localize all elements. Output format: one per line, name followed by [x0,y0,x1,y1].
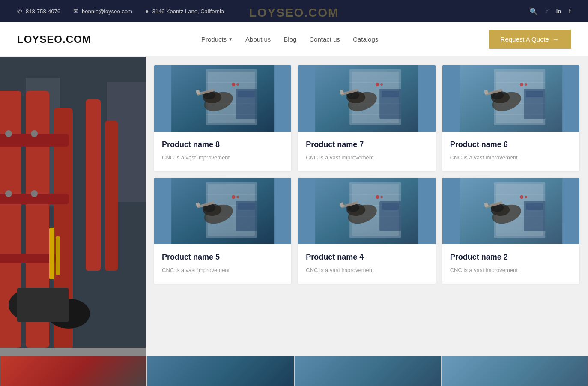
email-icon: ✉ [73,8,78,15]
svg-point-67 [520,83,523,86]
product-info-1: Product name 7CNC is a vast improvement [298,132,435,171]
product-card-0[interactable]: Product name 8CNC is a vast improvement [154,65,291,171]
quote-arrow-icon: → [552,36,559,43]
phone-icon: ✆ [17,8,22,15]
product-image-3 [154,178,291,244]
bottom-img-2 [147,356,293,386]
product-card-3[interactable]: Product name 5CNC is a vast improvement [154,178,291,284]
nav-contact[interactable]: Contact us [309,36,340,43]
product-card-1[interactable]: Product name 7CNC is a vast improvement [298,65,435,171]
svg-point-100 [380,196,383,198]
product-description-1: CNC is a vast improvement [306,154,427,161]
pipes-svg [0,57,146,348]
product-image-0 [154,65,291,132]
facebook-icon[interactable]: f [569,8,571,15]
product-description-0: CNC is a vast improvement [162,154,284,161]
bottom-img-4 [442,356,588,386]
svg-rect-86 [238,203,255,210]
product-image-4 [298,178,435,244]
svg-point-35 [232,83,235,86]
nav-products[interactable]: Products ▼ [201,36,233,43]
main-content: Product name 8CNC is a vast improvement [0,57,588,356]
product-info-0: Product name 8CNC is a vast improvement [154,132,291,171]
header: LOYSEO.COM Products ▼ About us Blog Cont… [0,22,588,57]
svg-point-68 [525,83,527,86]
bottom-strip [0,356,588,386]
industrial-image [0,57,146,348]
bottom-img-3 [295,356,441,386]
twitter-icon[interactable]: 𝕣 [546,8,549,15]
address-contact: ● 3146 Koontz Lane, California [145,8,224,15]
product-card-2[interactable]: Product name 6CNC is a vast improvement [442,65,579,171]
products-dropdown-arrow: ▼ [228,37,233,42]
bottom-img-1 [0,356,146,386]
email-contact: ✉ bonnie@loyseo.com [73,8,132,15]
product-info-4: Product name 4CNC is a vast improvement [298,244,435,284]
svg-point-52 [380,83,383,86]
products-grid: Product name 8CNC is a vast improvement [146,57,588,356]
email-address: bonnie@loyseo.com [82,8,132,15]
svg-point-84 [236,196,239,198]
nav-about[interactable]: About us [245,36,271,43]
product-image-1 [298,65,435,132]
topbar-left: ✆ 818-758-4076 ✉ bonnie@loyseo.com ● 314… [17,8,224,15]
product-image-2 [442,65,579,132]
svg-rect-118 [526,203,543,210]
search-icon[interactable]: 🔍 [529,7,538,15]
main-nav: Products ▼ About us Blog Contact us Cata… [201,36,378,43]
svg-point-99 [376,195,379,199]
phone-contact: ✆ 818-758-4076 [17,8,60,15]
linkedin-icon[interactable]: in [556,8,561,15]
request-quote-button[interactable]: Request A Quote → [489,30,571,49]
product-info-2: Product name 6CNC is a vast improvement [442,132,579,171]
logo: LOYSEO.COM [17,33,91,45]
product-card-4[interactable]: Product name 4CNC is a vast improvement [298,178,435,284]
product-info-5: Product name 2CNC is a vast improvement [442,244,579,284]
svg-rect-22 [0,57,146,348]
product-card-5[interactable]: Product name 2CNC is a vast improvement [442,178,579,284]
svg-rect-70 [526,91,543,97]
product-name-4: Product name 4 [306,253,427,262]
svg-rect-54 [382,91,399,97]
product-name-5: Product name 2 [450,253,572,262]
product-description-5: CNC is a vast improvement [450,267,572,273]
location-icon: ● [145,8,149,15]
topbar-social: 🔍 𝕣 in f [529,7,571,15]
nav-blog[interactable]: Blog [284,36,296,43]
svg-point-115 [520,195,523,199]
product-name-1: Product name 7 [306,140,427,149]
product-description-4: CNC is a vast improvement [306,267,427,273]
svg-rect-102 [382,203,399,210]
product-image-5 [442,178,579,244]
svg-rect-38 [238,91,255,97]
product-name-2: Product name 6 [450,140,572,149]
hero-image-panel [0,57,146,356]
phone-number: 818-758-4076 [26,8,60,15]
product-name-3: Product name 5 [162,253,284,262]
svg-point-51 [376,83,379,86]
svg-point-36 [236,83,239,86]
address-text: 3146 Koontz Lane, California [152,8,224,15]
nav-catalogs[interactable]: Catalogs [353,36,378,43]
product-info-3: Product name 5CNC is a vast improvement [154,244,291,284]
product-name-0: Product name 8 [162,140,284,149]
product-description-3: CNC is a vast improvement [162,267,284,273]
svg-point-83 [232,195,235,199]
product-description-2: CNC is a vast improvement [450,154,572,161]
topbar: ✆ 818-758-4076 ✉ bonnie@loyseo.com ● 314… [0,0,588,22]
svg-point-116 [525,196,527,198]
